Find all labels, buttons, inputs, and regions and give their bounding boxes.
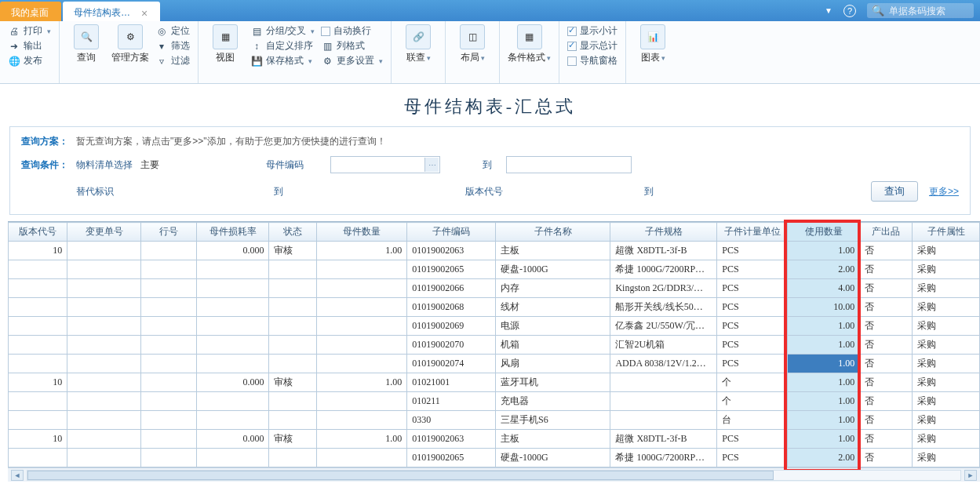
col-header[interactable]: 产出品 (860, 223, 913, 242)
cell[interactable] (67, 355, 141, 373)
cell[interactable]: 个 (717, 392, 788, 411)
cell[interactable] (9, 317, 67, 336)
cell[interactable]: PCS (717, 430, 788, 449)
cell[interactable] (67, 298, 141, 317)
cell[interactable]: 4.00 (788, 279, 860, 298)
cell[interactable]: 否 (860, 279, 913, 298)
col-header[interactable]: 子件属性 (913, 223, 980, 242)
filter-button[interactable]: ▾筛选 (155, 39, 190, 53)
cell[interactable]: Kingston 2G/DDR3/… (610, 279, 717, 298)
cell[interactable]: 2.00 (788, 449, 860, 467)
bom-select-value[interactable]: 主要 (140, 158, 258, 172)
cell[interactable]: 台 (717, 411, 788, 430)
cell[interactable] (269, 279, 317, 298)
cell[interactable]: 否 (860, 242, 913, 260)
cell[interactable]: PCS (717, 355, 788, 373)
cell[interactable] (9, 355, 67, 373)
cell[interactable]: 采购 (913, 242, 980, 260)
cell[interactable]: 采购 (913, 430, 980, 449)
table-row[interactable]: 0330三星手机S6台1.00否采购 (9, 411, 980, 430)
mgmt-plan-button[interactable]: ⚙管理方案 (111, 24, 149, 64)
custom-sort-button[interactable]: ↕自定义排序 (250, 39, 315, 53)
cell[interactable] (197, 392, 269, 411)
cell[interactable]: 10 (9, 242, 67, 260)
cell[interactable]: 否 (860, 260, 913, 279)
cell[interactable] (67, 260, 141, 279)
cell[interactable]: 1.00 (788, 373, 860, 392)
cell[interactable]: 希捷 1000G/7200RP… (610, 260, 717, 279)
cell[interactable]: 充电器 (496, 392, 610, 411)
version-input[interactable] (511, 183, 636, 200)
cell[interactable] (317, 411, 407, 430)
cell[interactable] (141, 449, 197, 467)
cell[interactable]: 硬盘-1000G (496, 260, 610, 279)
cell[interactable]: 1.00 (788, 242, 860, 260)
table-row[interactable]: 01019002068线材船形开关线/线长50…PCS10.00否采购 (9, 298, 980, 317)
cell[interactable] (67, 373, 141, 392)
cell[interactable] (141, 373, 197, 392)
cell[interactable]: 1.00 (788, 355, 860, 373)
col-format-button[interactable]: ▥列格式 (321, 39, 383, 53)
alt-id-input[interactable] (140, 183, 266, 200)
parent-code-to-input[interactable] (506, 156, 632, 173)
cell[interactable] (269, 355, 317, 373)
cell[interactable]: 01019002065 (407, 449, 496, 467)
cell[interactable]: 船形开关线/线长50… (610, 298, 717, 317)
cell[interactable]: 01019002063 (407, 242, 496, 260)
cell[interactable]: 采购 (913, 392, 980, 411)
view-button[interactable]: ▦视图 (206, 24, 244, 64)
cell[interactable] (197, 449, 269, 467)
cell[interactable]: 否 (860, 411, 913, 430)
cell[interactable]: ADDA 8038/12V/1.2… (610, 355, 717, 373)
cell[interactable]: 否 (860, 336, 913, 355)
app-menu-dropdown[interactable]: ▼ (825, 6, 832, 15)
cell[interactable]: 风扇 (496, 355, 610, 373)
cell[interactable]: 电源 (496, 317, 610, 336)
cell[interactable]: 01019002069 (407, 317, 496, 336)
cell[interactable]: 采购 (913, 260, 980, 279)
cell[interactable]: 1.00 (317, 373, 407, 392)
cell[interactable]: 机箱 (496, 336, 610, 355)
cell[interactable] (141, 355, 197, 373)
link-query-button[interactable]: 🔗联查▾ (399, 24, 437, 64)
cell[interactable] (141, 392, 197, 411)
cell[interactable]: 10.00 (788, 298, 860, 317)
layout-button[interactable]: ◫布局▾ (454, 24, 491, 64)
cell[interactable] (67, 336, 141, 355)
cell[interactable]: PCS (717, 449, 788, 467)
picker-icon[interactable]: ⋯ (424, 158, 439, 172)
cell[interactable] (317, 317, 407, 336)
cell[interactable]: PCS (717, 298, 788, 317)
scroll-track[interactable] (27, 470, 961, 481)
parent-code-input[interactable]: ⋯ (330, 156, 440, 173)
cell[interactable]: 1.00 (317, 242, 407, 260)
cell[interactable] (67, 392, 141, 411)
col-header[interactable]: 版本代号 (9, 223, 67, 242)
cell[interactable] (269, 392, 317, 411)
cell[interactable]: 01019002065 (407, 260, 496, 279)
cell[interactable]: 1.00 (788, 336, 860, 355)
cell[interactable]: 否 (860, 355, 913, 373)
table-row[interactable]: 100.000审核1.0001019002063主板超微 X8DTL-3f-BP… (9, 430, 980, 449)
cell[interactable] (9, 298, 67, 317)
cell[interactable]: 010211 (407, 392, 496, 411)
cell[interactable]: 10 (9, 373, 67, 392)
cell[interactable]: 否 (860, 373, 913, 392)
cell[interactable]: 采购 (913, 411, 980, 430)
cell[interactable]: 1.00 (788, 411, 860, 430)
table-row[interactable]: 01019002070机箱汇智2U机箱PCS1.00否采购 (9, 336, 980, 355)
show-subtotal-checkbox[interactable]: 显示小计 (567, 24, 618, 38)
col-header[interactable]: 子件名称 (496, 223, 610, 242)
col-header[interactable]: 使用数量 (788, 223, 860, 242)
cell[interactable] (67, 242, 141, 260)
save-format-button[interactable]: 💾保存格式▾ (250, 54, 315, 67)
col-header[interactable]: 子件编码 (407, 223, 496, 242)
horizontal-scrollbar[interactable]: ◄ ► (8, 467, 980, 482)
col-header[interactable]: 子件规格 (610, 223, 717, 242)
cell[interactable]: 个 (717, 373, 788, 392)
cell[interactable] (9, 392, 67, 411)
cell[interactable]: 否 (860, 317, 913, 336)
cell[interactable] (141, 279, 197, 298)
scroll-left-button[interactable]: ◄ (11, 470, 24, 481)
col-header[interactable]: 变更单号 (67, 223, 141, 242)
